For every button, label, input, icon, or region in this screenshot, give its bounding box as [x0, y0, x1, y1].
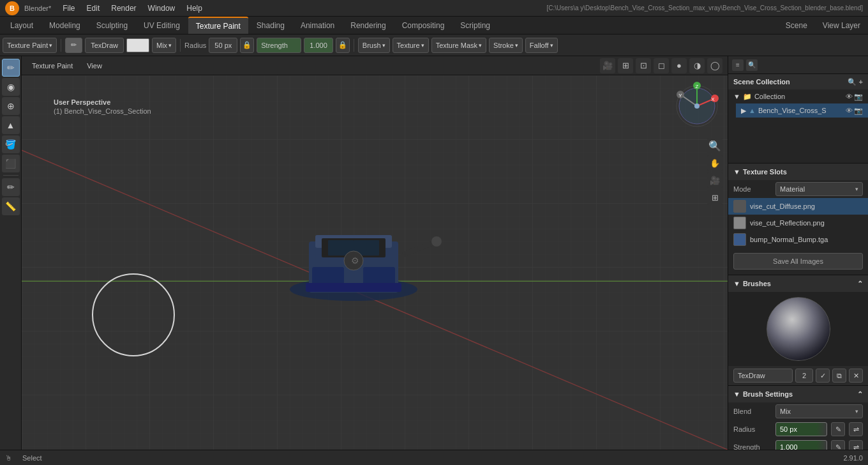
vp-camera-btn[interactable]: 🎥	[600, 58, 615, 73]
texture-dropdown[interactable]: Texture	[393, 38, 429, 53]
mode-dropdown[interactable]: Texture Paint	[3, 38, 57, 53]
texture-item-3[interactable]: bump_Normal_Bump.tga	[728, 231, 868, 248]
strength-lock-btn[interactable]: 🔒	[336, 38, 350, 53]
texture-item-2[interactable]: vise_cut_Reflection.png	[728, 215, 868, 231]
color-swatch[interactable]	[126, 38, 149, 52]
outliner-object[interactable]: ▶ ▲ Bench_Vise_Cross_S 👁 📷	[736, 103, 868, 118]
viewport[interactable]: Texture Paint View 🎥 ⊞ ⊡ ◻ ● ◑ ◯	[22, 56, 728, 450]
zoom-out-btn[interactable]: 🔍	[707, 138, 722, 153]
texture-slots-header[interactable]: ▼ Texture Slots	[728, 164, 868, 180]
brush-name-display[interactable]: TexDraw	[85, 38, 124, 53]
toolbar-sep-1	[61, 39, 61, 52]
tab-uv-editing[interactable]: UV Editing	[136, 17, 188, 34]
tab-modeling[interactable]: Modeling	[41, 17, 88, 34]
fill-tool[interactable]: 🪣	[2, 135, 20, 153]
draw-tool[interactable]: ✏	[2, 59, 20, 77]
brush-settings-header[interactable]: ▼ Brush Settings ⌃	[728, 386, 868, 402]
soften-tool[interactable]: ◉	[2, 78, 20, 96]
brush-dropdown[interactable]: Brush	[358, 38, 390, 53]
radius-edit-btn[interactable]: ✎	[831, 422, 845, 436]
tab-layout[interactable]: Layout	[3, 17, 41, 34]
brushes-header[interactable]: ▼ Brushes ⌃	[728, 275, 868, 292]
mask-tool[interactable]: ⬛	[2, 155, 20, 172]
brush-preview[interactable]	[767, 297, 830, 361]
ts-expand-icon: ▼	[733, 168, 740, 176]
obj-render-icon[interactable]: 📷	[854, 107, 863, 115]
brush-preview-inner	[767, 298, 830, 360]
visibility-icon[interactable]: 👁	[846, 93, 853, 101]
vp-mode-btn[interactable]: Texture Paint	[27, 61, 78, 71]
view-layer-selector[interactable]: View Layer	[818, 21, 865, 30]
save-all-btn[interactable]: Save All Images	[733, 253, 863, 270]
menu-help[interactable]: Help	[181, 3, 207, 14]
strength-row: Strength 1.000 ✎ ⇌	[728, 438, 868, 450]
texture-item-1[interactable]: vise_cut_Diffuse.png	[728, 198, 868, 215]
outliner-scene-collection[interactable]: ▼ 📁 Collection 👁 📷	[728, 89, 868, 103]
radius-field[interactable]: 50 px	[209, 38, 237, 53]
tab-shading[interactable]: Shading	[249, 17, 292, 34]
mouse-icon: 🖱	[5, 454, 12, 462]
scene-selector[interactable]: Scene	[781, 21, 812, 30]
radius-link-btn[interactable]: ⇌	[849, 422, 863, 436]
camera-view-btn[interactable]: 🎥	[707, 172, 722, 188]
viewport-canvas[interactable]: User Perspective (1) Bench_Vise_Cross_Se…	[22, 75, 728, 450]
menu-render[interactable]: Render	[106, 3, 141, 14]
tab-compositing[interactable]: Compositing	[394, 17, 453, 34]
rp-icon-2[interactable]: 🔍	[746, 59, 758, 71]
obj-visibility-icon[interactable]: 👁	[846, 107, 853, 115]
3d-object: ⚙	[264, 178, 443, 305]
nav-gizmo[interactable]: X Y Z	[671, 80, 722, 132]
strength-edit-btn[interactable]: ✎	[831, 440, 845, 450]
radius-lock-btn[interactable]: 🔒	[240, 38, 254, 53]
svg-point-12	[431, 236, 442, 247]
pan-btn[interactable]: ✋	[707, 155, 722, 171]
vp-view-btn[interactable]: View	[82, 61, 107, 71]
strength-link-btn[interactable]: ⇌	[849, 440, 863, 450]
tab-animation[interactable]: Animation	[293, 17, 342, 34]
mode-dropdown[interactable]: Material	[775, 182, 863, 196]
strength-label: Strength	[257, 38, 301, 53]
bs-collapse-icon[interactable]: ⌃	[857, 390, 863, 399]
outliner-filter-icon[interactable]: 🔍	[848, 78, 857, 86]
tab-sculpting[interactable]: Sculpting	[89, 17, 135, 34]
render-icon[interactable]: 📷	[854, 93, 863, 101]
vp-shading-material[interactable]: ◑	[689, 58, 705, 73]
tab-texture-paint[interactable]: Texture Paint	[188, 17, 248, 34]
menu-edit[interactable]: Edit	[82, 3, 105, 14]
collection-label: Collection	[754, 93, 785, 100]
vp-shading-solid[interactable]: ●	[671, 58, 687, 73]
annotate-tool[interactable]: ✏	[2, 178, 20, 196]
menu-window[interactable]: Window	[143, 3, 181, 14]
brush-copy-btn[interactable]: ⧉	[832, 369, 846, 383]
br-collapse-icon[interactable]: ⌃	[857, 280, 863, 288]
menu-file[interactable]: File	[57, 3, 80, 14]
br-title: Brushes	[743, 280, 771, 287]
ts-title: Texture Slots	[743, 168, 787, 176]
vp-overlay-btn[interactable]: ⊞	[618, 58, 633, 73]
measure-tool[interactable]: 📏	[2, 197, 20, 215]
blend-mode-dropdown[interactable]: Mix	[152, 38, 176, 53]
app-logo[interactable]: B	[5, 1, 19, 15]
tab-scripting[interactable]: Scripting	[453, 17, 498, 34]
bs-radius-field[interactable]: 50 px	[775, 422, 827, 436]
vp-gizmo-btn[interactable]: ⊡	[636, 58, 651, 73]
outliner: Scene Collection 🔍 + ▼ 📁 Collection 👁 📷 …	[728, 74, 868, 164]
bs-strength-field[interactable]: 1.000	[775, 440, 827, 450]
tab-rendering[interactable]: Rendering	[343, 17, 393, 34]
vp-shading-render[interactable]: ◯	[707, 58, 722, 73]
stroke-dropdown[interactable]: Stroke	[489, 38, 523, 53]
texture-mask-dropdown[interactable]: Texture Mask	[431, 38, 486, 53]
draw-tool-btn[interactable]: ✏	[65, 38, 82, 53]
brush-check-btn[interactable]: ✓	[816, 369, 830, 383]
clone-tool[interactable]: ▲	[2, 116, 20, 134]
vp-shading-wire[interactable]: ◻	[654, 58, 669, 73]
smear-tool[interactable]: ⊕	[2, 97, 20, 115]
bs-strength-label: Strength	[733, 443, 772, 450]
brush-delete-btn[interactable]: ✕	[849, 369, 863, 383]
rp-icon-1[interactable]: ≡	[732, 59, 744, 71]
strength-field[interactable]: 1.000	[304, 38, 333, 53]
outliner-add-icon[interactable]: +	[859, 78, 863, 86]
falloff-dropdown[interactable]: Falloff	[525, 38, 558, 53]
blend-dropdown[interactable]: Mix	[775, 404, 863, 418]
grid-btn[interactable]: ⊞	[707, 190, 722, 205]
